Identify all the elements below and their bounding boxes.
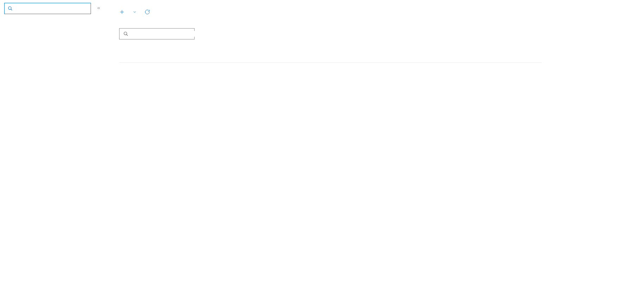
refresh-icon bbox=[145, 9, 150, 15]
domains-table bbox=[119, 49, 542, 63]
collapse-icon[interactable] bbox=[95, 4, 102, 13]
svg-point-0 bbox=[8, 7, 11, 10]
add-domain-button[interactable] bbox=[119, 6, 137, 18]
filter-input[interactable] bbox=[133, 31, 195, 37]
chevron-down-icon bbox=[132, 9, 137, 15]
sidebar-search[interactable] bbox=[4, 3, 91, 14]
svg-line-1 bbox=[11, 9, 12, 11]
table-header-row bbox=[119, 49, 542, 63]
filter-input-wrap[interactable] bbox=[119, 28, 195, 39]
svg-line-5 bbox=[127, 35, 128, 36]
svg-point-4 bbox=[124, 32, 127, 35]
refresh-button[interactable] bbox=[145, 6, 154, 18]
plus-icon bbox=[119, 9, 125, 15]
sidebar-search-input[interactable] bbox=[16, 6, 88, 11]
search-icon bbox=[123, 31, 129, 37]
search-icon bbox=[7, 6, 13, 11]
